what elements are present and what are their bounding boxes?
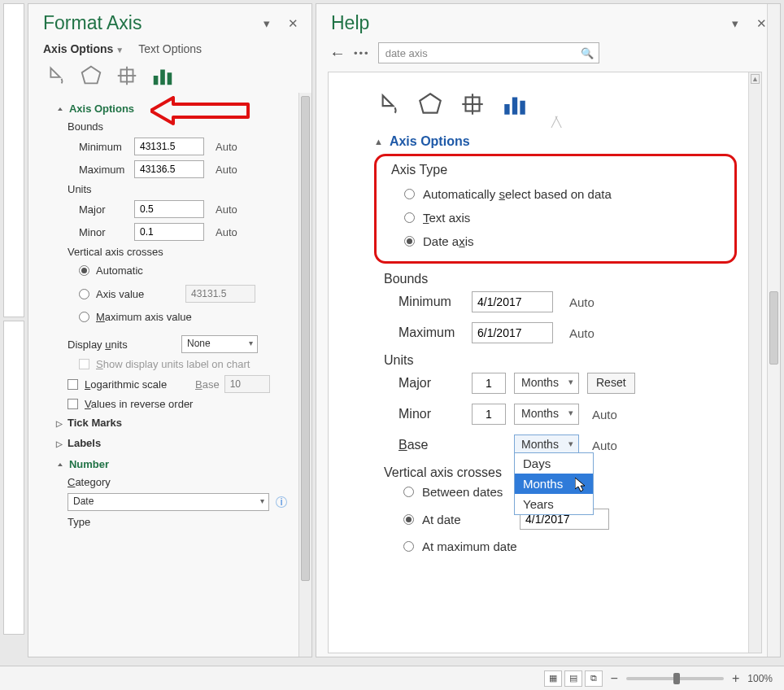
svg-rect-6 [160, 70, 165, 85]
chart-icon[interactable] [501, 90, 529, 118]
help-min-auto[interactable]: Auto [569, 295, 595, 309]
view-normal-icon[interactable]: ▦ [544, 670, 562, 687]
major-auto-button[interactable]: Auto [216, 203, 237, 216]
help-category-icons [374, 85, 737, 120]
radio-date-axis[interactable]: Date axis [388, 229, 723, 253]
major-input[interactable] [134, 200, 204, 218]
help-max-label: Maximum [374, 325, 472, 340]
search-icon[interactable]: 🔍 [581, 47, 594, 59]
category-label: Category [45, 474, 287, 491]
minor-input[interactable] [134, 223, 204, 241]
reverse-label: Values in reverse order [85, 398, 193, 410]
help-bounds-heading: Bounds [374, 272, 737, 286]
min-auto-button[interactable]: Auto [216, 141, 237, 153]
show-units-label-checkbox [79, 359, 89, 369]
help-minor-label: Minor [374, 407, 472, 421]
radio-max-axis-value[interactable]: MMaximum axis valueaximum axis value [45, 307, 287, 327]
more-icon[interactable]: ••• [354, 47, 370, 59]
dropdown-years[interactable]: Years [515, 494, 593, 514]
min-label: Minimum [45, 141, 134, 153]
help-base-auto[interactable]: Auto [592, 439, 617, 452]
help-close-icon[interactable]: ✕ [756, 16, 767, 31]
search-text: date axis [385, 47, 428, 59]
vaxis-crosses-heading: Vertical axis crosses [45, 243, 287, 260]
radio-axis-value[interactable]: Axis value [45, 281, 287, 307]
chart-icon[interactable] [150, 63, 175, 88]
display-units-label: Display units [68, 338, 181, 351]
radio-auto-cross[interactable]: Automatic [45, 260, 287, 281]
fill-icon[interactable] [374, 90, 402, 118]
svg-rect-16 [520, 101, 525, 115]
svg-rect-5 [154, 76, 159, 85]
minor-label: Minor [45, 226, 134, 238]
svg-marker-10 [420, 94, 441, 112]
section-labels[interactable]: Labels [45, 433, 287, 453]
display-units-select[interactable]: None [181, 335, 258, 353]
status-bar: ▦ ▤ ⧉ − + 100% [0, 666, 784, 690]
help-major-unit-select[interactable]: Months [514, 373, 579, 394]
help-title: Help [331, 12, 369, 34]
radio-at-max-date[interactable]: At maximum date [374, 535, 737, 558]
zoom-out-button[interactable]: − [611, 671, 618, 686]
section-axis-options[interactable]: Axis Options [45, 98, 287, 118]
help-major-reset-button[interactable]: Reset [587, 373, 635, 394]
back-icon[interactable]: ← [329, 44, 346, 63]
view-page-break-icon[interactable]: ⧉ [585, 670, 603, 687]
radio-text-axis[interactable]: Text axis [388, 206, 723, 229]
base-unit-dropdown[interactable]: Days Months Years [514, 452, 594, 515]
help-minor-num[interactable] [472, 404, 506, 425]
svg-marker-0 [50, 68, 59, 77]
size-icon[interactable] [459, 90, 486, 118]
help-pane-options-icon[interactable]: ▾ [732, 16, 738, 31]
worksheet-gutter [3, 3, 24, 657]
help-scrollbar[interactable] [767, 4, 780, 657]
svg-marker-17 [575, 478, 585, 491]
info-icon[interactable]: i [276, 496, 287, 508]
max-input[interactable] [134, 160, 204, 178]
view-page-layout-icon[interactable]: ▤ [564, 670, 582, 687]
format-axis-title: Format Axis [43, 12, 142, 34]
section-number[interactable]: Number [45, 453, 287, 474]
axis-value-input[interactable] [185, 285, 255, 303]
log-scale-checkbox[interactable] [68, 379, 78, 390]
help-max-auto[interactable]: Auto [569, 326, 595, 340]
effects-icon[interactable] [416, 90, 444, 118]
max-auto-button[interactable]: Auto [216, 164, 237, 176]
log-base-input[interactable] [224, 375, 270, 393]
log-scale-label: Logarithmic scale [85, 378, 195, 391]
svg-marker-9 [383, 95, 394, 106]
axis-type-highlight: Axis Type Automatically select based on … [374, 154, 737, 264]
tab-text-options[interactable]: Text Options [138, 42, 202, 55]
help-inner-scrollbar[interactable]: ▲ [748, 72, 761, 653]
base-label: Base [195, 378, 220, 391]
left-scrollbar[interactable] [298, 93, 311, 657]
minor-auto-button[interactable]: Auto [216, 226, 237, 238]
help-min-input[interactable] [472, 291, 553, 312]
help-minor-auto[interactable]: Auto [592, 408, 617, 421]
fill-icon[interactable] [43, 63, 68, 88]
zoom-level[interactable]: 100% [747, 673, 773, 684]
pane-options-icon[interactable]: ▾ [264, 16, 270, 31]
show-units-label-text: Show display units label on chart [96, 358, 250, 370]
radio-auto-type[interactable]: Automatically select based on data [388, 182, 723, 206]
svg-marker-1 [82, 67, 101, 84]
help-minor-unit-select[interactable]: Months [514, 404, 579, 425]
zoom-in-button[interactable]: + [732, 671, 739, 686]
close-icon[interactable]: ✕ [288, 16, 298, 31]
help-max-input[interactable] [472, 322, 553, 343]
size-icon[interactable] [115, 63, 139, 88]
notch-indicator: ╱╲ [374, 116, 737, 128]
section-tick-marks[interactable]: Tick Marks [45, 413, 287, 433]
help-section-axis-options[interactable]: ▲Axis Options [374, 128, 737, 154]
dropdown-months[interactable]: Months [515, 474, 593, 494]
units-heading: Units [45, 181, 287, 198]
tab-axis-options[interactable]: Axis Options▼ [43, 42, 124, 55]
dropdown-days[interactable]: Days [515, 453, 593, 474]
zoom-slider[interactable] [626, 677, 724, 680]
reverse-checkbox[interactable] [68, 399, 78, 409]
help-major-num[interactable] [472, 373, 506, 394]
min-input[interactable] [134, 138, 204, 155]
effects-icon[interactable] [79, 63, 103, 88]
search-input[interactable]: date axis 🔍 [378, 42, 599, 63]
category-select[interactable]: Date [68, 493, 269, 511]
